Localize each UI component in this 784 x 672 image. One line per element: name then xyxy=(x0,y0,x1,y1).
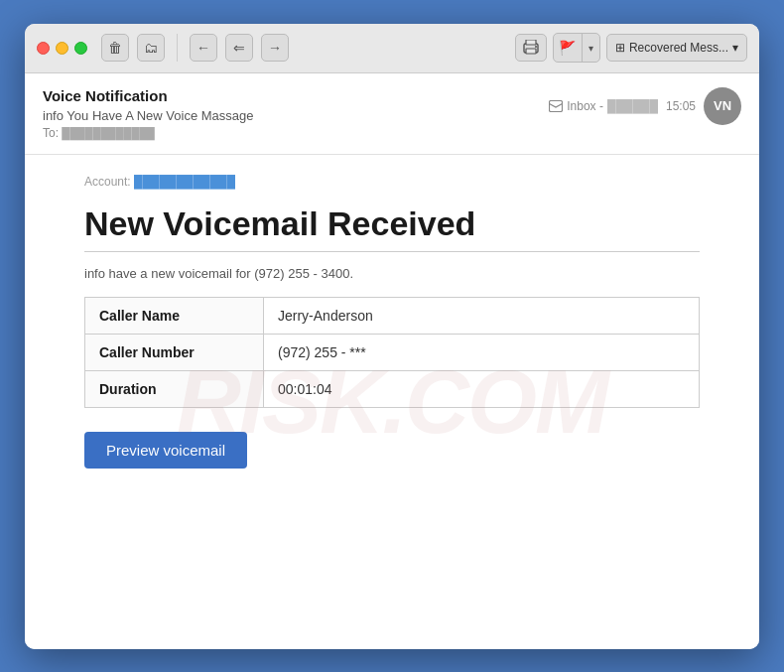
maximize-button[interactable] xyxy=(74,42,87,55)
svg-rect-4 xyxy=(550,100,563,111)
archive-button[interactable]: 🗂 xyxy=(137,34,165,62)
flag-button[interactable]: 🚩 xyxy=(554,34,582,62)
back-all-button[interactable]: ⇐ xyxy=(225,34,253,62)
inbox-tag: Inbox - ██████ xyxy=(549,99,658,113)
title-divider xyxy=(84,251,700,252)
recovered-messages-button[interactable]: ⊞ Recovered Mess... ▾ xyxy=(606,34,747,62)
caller-number-value: (972) 255 - *** xyxy=(264,334,700,370)
forward-button[interactable]: → xyxy=(261,34,289,62)
email-meta-row: Voice Notification info You Have A New V… xyxy=(43,87,741,140)
preview-voicemail-button[interactable]: Preview voicemail xyxy=(84,432,247,469)
account-label: Account: xyxy=(84,175,131,189)
inbox-account: ██████ xyxy=(607,99,658,113)
print-button[interactable] xyxy=(515,34,547,62)
flag-chevron-button[interactable]: ▾ xyxy=(582,34,599,62)
table-row: Caller Name Jerry-Anderson xyxy=(85,297,700,334)
email-from-group: Voice Notification info You Have A New V… xyxy=(43,87,253,140)
duration-label: Duration xyxy=(85,370,264,407)
svg-rect-2 xyxy=(526,49,536,54)
email-from: Voice Notification xyxy=(43,87,253,104)
voicemail-description: info have a new voicemail for (972) 255 … xyxy=(84,266,700,281)
email-subject: info You Have A New Voice Massage xyxy=(43,108,253,123)
titlebar: 🗑 🗂 ← ⇐ → 🚩 ▾ ⊞ Recovered Mess. xyxy=(25,24,759,73)
table-row: Duration 00:01:04 xyxy=(85,370,700,407)
caller-name-value: Jerry-Anderson xyxy=(264,297,700,334)
caller-number-label: Caller Number xyxy=(85,334,264,370)
flag-group: 🚩 ▾ xyxy=(553,33,600,63)
window-icon: ⊞ xyxy=(615,41,625,55)
svg-rect-1 xyxy=(526,40,536,45)
email-time: 15:05 xyxy=(666,99,696,113)
to-address: ████████████ xyxy=(62,127,155,139)
account-line: Account: ████████████ xyxy=(84,175,700,189)
trash-button[interactable]: 🗑 xyxy=(101,34,129,62)
table-row: Caller Number (972) 255 - *** xyxy=(85,334,700,370)
toolbar-right: 🚩 ▾ ⊞ Recovered Mess... ▾ xyxy=(515,33,747,63)
email-header: Voice Notification info You Have A New V… xyxy=(25,73,759,155)
recovered-label: Recovered Mess... xyxy=(629,41,728,55)
caller-name-label: Caller Name xyxy=(85,297,264,334)
traffic-lights xyxy=(37,42,87,55)
svg-point-3 xyxy=(535,46,537,48)
back-button[interactable]: ← xyxy=(190,34,217,62)
email-to: To: ████████████ xyxy=(43,126,253,140)
close-button[interactable] xyxy=(37,42,50,55)
toolbar-divider xyxy=(177,34,178,62)
inbox-label: Inbox - xyxy=(567,99,603,113)
email-body: RISK.COM Account: ████████████ New Voice… xyxy=(25,155,759,649)
voicemail-table: Caller Name Jerry-Anderson Caller Number… xyxy=(84,297,700,408)
email-window: 🗑 🗂 ← ⇐ → 🚩 ▾ ⊞ Recovered Mess. xyxy=(25,24,759,649)
minimize-button[interactable] xyxy=(56,42,68,55)
voicemail-heading: New Voicemail Received xyxy=(84,204,700,243)
duration-value: 00:01:04 xyxy=(264,370,700,407)
email-meta-right: Inbox - ██████ 15:05 VN xyxy=(549,87,741,125)
to-label: To: xyxy=(43,126,59,140)
avatar: VN xyxy=(704,87,741,125)
account-email: ████████████ xyxy=(134,175,235,189)
recovered-chevron-icon: ▾ xyxy=(732,41,738,55)
